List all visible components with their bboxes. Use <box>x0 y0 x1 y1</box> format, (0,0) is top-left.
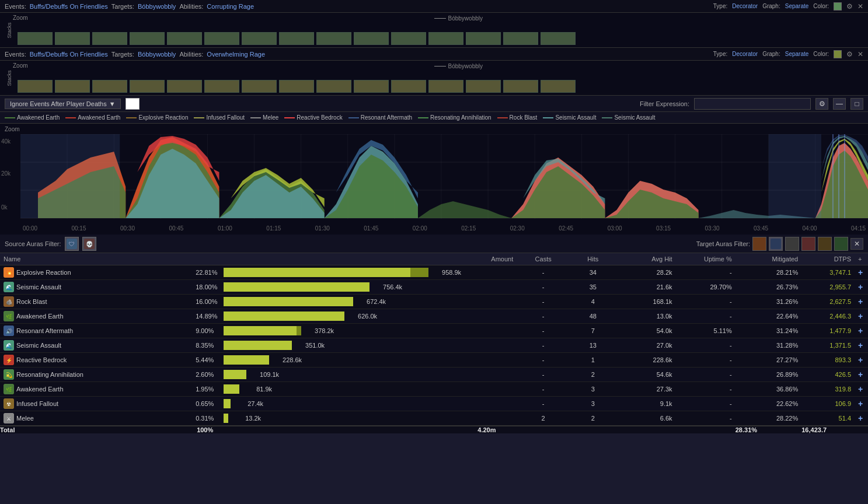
source-aura-icon-2[interactable]: 💀 <box>82 237 96 251</box>
legend-item-2[interactable]: Explosive Reaction <box>126 114 188 121</box>
col-mitigated[interactable]: Mitigated <box>735 253 801 265</box>
ignore-events-label: Ignore Events After Player Deaths <box>10 100 107 107</box>
col-casts[interactable]: Casts <box>517 253 570 265</box>
row-amount-7: 2.60% 109.1k <box>192 368 517 382</box>
chart-area[interactable]: Zoom 40k 20k 0k DTPS <box>0 124 868 235</box>
legend-item-0[interactable]: Awakened Earth <box>5 114 60 121</box>
row-plus-8[interactable]: + <box>855 382 868 397</box>
row-hits-8: 3 <box>570 382 616 397</box>
target-aura-icon-2[interactable] <box>769 237 783 251</box>
row-plus-6[interactable]: + <box>855 353 868 368</box>
auras-left: Source Auras Filter: 🛡 💀 <box>5 237 96 251</box>
col-name[interactable]: Name <box>0 253 192 265</box>
target-aura-icon-6[interactable] <box>834 237 848 251</box>
legend-label-6: Resonant Aftermath <box>361 114 412 121</box>
ignore-events-dropdown[interactable]: Ignore Events After Player Deaths ▼ <box>5 99 121 109</box>
legend-item-4[interactable]: Melee <box>250 114 278 121</box>
row-hits-6: 1 <box>570 353 616 368</box>
close-icon-2[interactable]: ✕ <box>857 50 863 58</box>
x-tick-3: 00:45 <box>169 225 183 232</box>
amount-bar-3 <box>224 312 344 321</box>
col-uptime[interactable]: Uptime % <box>676 253 735 265</box>
row-plus-5[interactable]: + <box>855 338 868 353</box>
target-auras-close-icon[interactable]: ✕ <box>850 238 863 250</box>
row-uptime-3: - <box>676 309 735 324</box>
row-plus-7[interactable]: + <box>855 368 868 382</box>
mini-bar <box>316 80 351 93</box>
col-avg-hit[interactable]: Avg Hit <box>616 253 675 265</box>
data-table-container[interactable]: Name Amount Casts Hits Avg Hit Uptime % … <box>0 253 868 433</box>
legend-item-6[interactable]: Resonant Aftermath <box>348 114 412 121</box>
row-amount-4: 9.00% 378.2k <box>192 324 517 338</box>
col-amount[interactable]: Amount <box>192 253 517 265</box>
target-aura-icon-4[interactable] <box>801 237 815 251</box>
row-amount-3: 14.89% 626.0k <box>192 309 517 324</box>
mini-bar <box>92 80 127 93</box>
minimize-icon[interactable]: — <box>833 98 846 110</box>
mini-bar <box>391 32 426 45</box>
filter-settings-icon[interactable]: ⚙ <box>815 98 828 110</box>
legend-item-7[interactable]: Resonating Annihilation <box>418 114 491 121</box>
target-aura-icon-5[interactable] <box>818 237 832 251</box>
close-icon-1[interactable]: ✕ <box>857 2 863 10</box>
x-tick-2: 00:30 <box>120 225 135 232</box>
type-label-2: Type: <box>713 51 727 57</box>
row-plus-2[interactable]: + <box>855 295 868 309</box>
amount-bar-9 <box>224 399 231 408</box>
legend-item-5[interactable]: Reactive Bedrock <box>284 114 342 121</box>
legend-item-10[interactable]: Seismic Assault <box>602 114 655 121</box>
ability-icon-9: ☢ <box>4 398 14 409</box>
row-plus-10[interactable]: + <box>855 411 868 426</box>
auras-filter-bar: Source Auras Filter: 🛡 💀 Target Auras Fi… <box>0 235 868 253</box>
amount-bar-5 <box>224 341 292 350</box>
row-plus-1[interactable]: + <box>855 280 868 295</box>
color-box-1[interactable] <box>834 2 842 10</box>
row-avg-hit-0: 28.2k <box>616 265 675 280</box>
legend-item-8[interactable]: Rock Blast <box>497 114 538 121</box>
row-casts-4: - <box>517 324 570 338</box>
chart-svg[interactable] <box>20 134 868 219</box>
row-plus-3[interactable]: + <box>855 309 868 324</box>
target-aura-icon-1[interactable] <box>752 237 766 251</box>
legend-label-5: Reactive Bedrock <box>297 114 342 121</box>
row-plus-9[interactable]: + <box>855 397 868 411</box>
type-value-2: Decorator <box>732 51 758 57</box>
targets-value-1: Bóbbywobbly <box>138 3 176 10</box>
x-tick-1: 00:15 <box>71 225 86 232</box>
svg-text:🌿: 🌿 <box>6 313 13 320</box>
target-auras-label: Target Auras Filter: <box>696 240 750 247</box>
legend-item-3[interactable]: Infused Fallout <box>194 114 245 121</box>
data-table: Name Amount Casts Hits Avg Hit Uptime % … <box>0 253 868 433</box>
legend-item-9[interactable]: Seismic Assault <box>543 114 596 121</box>
source-aura-icon-1[interactable]: 🛡 <box>65 237 79 251</box>
row-plus-4[interactable]: + <box>855 324 868 338</box>
stacks-label-1: Stacks <box>6 22 12 38</box>
amount-bar-secondary-0 <box>410 268 428 277</box>
mini-bar <box>428 32 463 45</box>
white-toggle-box[interactable] <box>126 98 140 110</box>
row-mitigated-6: 27.27% <box>735 353 801 368</box>
col-hits[interactable]: Hits <box>570 253 616 265</box>
row-plus-0[interactable]: + <box>855 265 868 280</box>
table-row: 🌿 Awakened Earth 1.95% 81.9k - 3 27.3k -… <box>0 382 868 397</box>
settings-icon-1[interactable]: ⚙ <box>846 2 853 10</box>
color-box-2[interactable] <box>834 50 842 58</box>
target-aura-icon-3[interactable] <box>785 237 799 251</box>
settings-icon-2[interactable]: ⚙ <box>846 50 853 58</box>
col-dtps[interactable]: DTPS <box>801 253 855 265</box>
legend-color-7 <box>418 117 428 118</box>
svg-text:⚡: ⚡ <box>6 357 13 364</box>
abilities-value-1: Corrupting Rage <box>207 3 254 10</box>
mini-bar <box>541 80 576 93</box>
mini-bar <box>279 80 314 93</box>
controls-right: Filter Expression: ⚙ — □ <box>640 98 863 110</box>
mini-bar <box>428 80 463 93</box>
row-amount-5: 8.35% 351.0k <box>192 338 517 353</box>
row-casts-0: - <box>517 265 570 280</box>
filter-expression-input[interactable] <box>694 98 811 110</box>
maximize-icon[interactable]: □ <box>850 98 863 110</box>
legend-item-1[interactable]: Awakened Earth <box>65 114 120 121</box>
color-label-1: Color: <box>813 3 829 9</box>
y-tick-0k: 0k <box>1 204 8 211</box>
row-uptime-8: - <box>676 382 735 397</box>
